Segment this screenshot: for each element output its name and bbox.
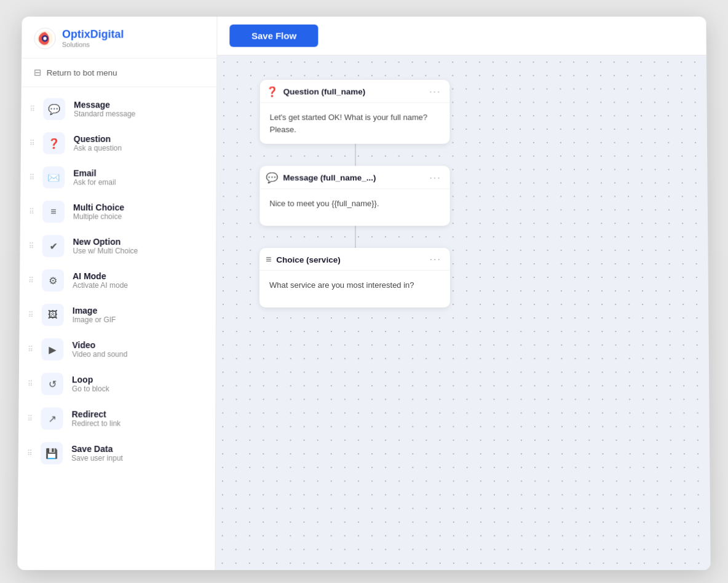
video-icon: ▶ xyxy=(49,344,56,355)
choice-card-body: What service are you most interested in? xyxy=(259,271,450,307)
loop-label: Loop xyxy=(72,375,109,384)
video-label: Video xyxy=(72,340,127,350)
sidebar-item-redirect[interactable]: ⠿ ↗ Redirect Redirect to link xyxy=(18,401,215,435)
drag-handle-ai-mode: ⠿ xyxy=(28,277,33,284)
loop-desc: Go to block xyxy=(72,384,109,393)
loop-icon-wrap: ↺ xyxy=(41,373,63,395)
sidebar-item-ai-mode[interactable]: ⠿ ⚙ AI Mode Activate AI mode xyxy=(20,263,216,298)
save-flow-button[interactable]: Save Flow xyxy=(229,25,318,47)
logo-text-blue: Digital xyxy=(90,28,124,41)
question-text: Question Ask a question xyxy=(74,134,122,153)
flow-canvas[interactable]: ⠿ ❓ Question (full_name) ··· Let's get s… xyxy=(215,55,710,570)
sidebar-item-loop[interactable]: ⠿ ↺ Loop Go to block xyxy=(19,367,216,401)
redirect-text: Redirect Redirect to link xyxy=(71,410,121,428)
return-to-bot-menu[interactable]: ⊟ Return to bot menu xyxy=(22,58,217,87)
redirect-desc: Redirect to link xyxy=(71,419,121,428)
new-option-text: New Option Use w/ Multi Choice xyxy=(73,237,138,255)
choice-title-row: ≡ Choice (service) xyxy=(266,254,341,265)
email-desc: Ask for email xyxy=(73,178,116,187)
question-icon: ❓ xyxy=(48,137,60,149)
image-icon-wrap: 🖼 xyxy=(42,304,64,326)
new-option-label: New Option xyxy=(73,237,138,247)
choice-card-title: Choice (service) xyxy=(276,255,340,264)
sidebar-item-new-option[interactable]: ⠿ ✔ New Option Use w/ Multi Choice xyxy=(20,229,216,263)
choice-card-menu[interactable]: ··· xyxy=(430,254,441,265)
flow-card-message[interactable]: ⠿ 💬 Message (full_name_...) ··· Nice to … xyxy=(259,166,450,226)
message-icon: 💬 xyxy=(48,103,60,115)
logo-sub: Solutions xyxy=(62,41,124,48)
message-card-icon: 💬 xyxy=(266,172,278,184)
question-card-menu[interactable]: ··· xyxy=(429,86,441,97)
drag-handle-question: ⠿ xyxy=(30,140,34,147)
sidebar-item-multi-choice[interactable]: ⠿ ≡ Multi Choice Multiple choice xyxy=(20,194,216,229)
toolbar: Save Flow xyxy=(217,17,706,55)
message-desc: Standard message xyxy=(74,109,135,118)
save-data-desc: Save user input xyxy=(71,454,123,462)
drag-handle-multi-choice: ⠿ xyxy=(29,208,34,215)
message-card-title: Message (full_name_...) xyxy=(283,173,376,183)
redirect-icon-wrap: ↗ xyxy=(41,407,63,429)
drag-handle-image: ⠿ xyxy=(28,311,33,319)
message-card-body: Nice to meet you {{full_name}}. xyxy=(259,189,450,226)
app-container: OptixDigital Solutions ⊟ Return to bot m… xyxy=(17,17,710,570)
flow-card-choice[interactable]: ⠿ ≡ Choice (service) ··· What service ar… xyxy=(259,248,450,307)
question-card-body: Let's get started OK! What is your full … xyxy=(260,103,450,143)
new-option-icon: ✔ xyxy=(49,240,57,252)
ai-mode-icon-wrap: ⚙ xyxy=(42,269,64,292)
sidebar-item-save-data[interactable]: ⠿ 💾 Save Data Save user input xyxy=(18,436,216,470)
sidebar-items-list: ⠿ 💬 Message Standard message ⠿ ❓ Questio… xyxy=(17,87,216,570)
email-icon: ✉️ xyxy=(47,172,60,183)
drag-handle-redirect: ⠿ xyxy=(27,415,32,422)
sidebar: OptixDigital Solutions ⊟ Return to bot m… xyxy=(17,17,217,570)
logo-icon xyxy=(34,28,56,50)
sidebar-item-video[interactable]: ⠿ ▶ Video Video and sound xyxy=(19,332,216,367)
drag-handle-loop: ⠿ xyxy=(28,380,33,387)
svg-point-3 xyxy=(43,37,46,40)
new-option-icon-wrap: ✔ xyxy=(42,235,64,257)
flow-card-choice-header: ≡ Choice (service) ··· xyxy=(259,248,450,271)
email-text: Email Ask for email xyxy=(73,169,116,187)
sidebar-item-message[interactable]: ⠿ 💬 Message Standard message xyxy=(21,92,216,127)
sidebar-item-image[interactable]: ⠿ 🖼 Image Image or GIF xyxy=(19,298,216,332)
loop-icon: ↺ xyxy=(48,378,56,390)
multi-choice-desc: Multiple choice xyxy=(73,212,124,221)
ai-mode-label: AI Mode xyxy=(73,271,128,281)
logo-text-block: OptixDigital Solutions xyxy=(62,29,124,48)
save-data-icon: 💾 xyxy=(46,447,58,459)
video-text: Video Video and sound xyxy=(72,340,127,359)
question-card-icon: ❓ xyxy=(266,86,279,98)
flow-card-question[interactable]: ⠿ ❓ Question (full_name) ··· Let's get s… xyxy=(260,80,450,144)
question-label: Question xyxy=(74,134,122,144)
save-data-label: Save Data xyxy=(71,444,123,454)
image-icon: 🖼 xyxy=(48,309,58,320)
ai-mode-text: AI Mode Activate AI mode xyxy=(73,271,128,290)
sidebar-item-email[interactable]: ⠿ ✉️ Email Ask for email xyxy=(20,161,216,195)
flow-card-message-header: 💬 Message (full_name_...) ··· xyxy=(259,166,449,189)
ai-mode-desc: Activate AI mode xyxy=(73,281,128,290)
drag-handle-message: ⠿ xyxy=(30,105,34,113)
video-icon-wrap: ▶ xyxy=(41,338,63,360)
email-icon-wrap: ✉️ xyxy=(42,167,65,189)
email-label: Email xyxy=(73,169,116,178)
save-data-icon-wrap: 💾 xyxy=(41,442,63,464)
drag-handle-video: ⠿ xyxy=(28,346,33,353)
multi-choice-text: Multi Choice Multiple choice xyxy=(73,202,124,221)
image-label: Image xyxy=(73,306,116,315)
message-card-menu[interactable]: ··· xyxy=(429,172,441,183)
message-label: Message xyxy=(74,100,135,109)
multi-choice-icon: ≡ xyxy=(50,206,56,217)
new-option-desc: Use w/ Multi Choice xyxy=(73,247,138,255)
sidebar-item-question[interactable]: ⠿ ❓ Question Ask a question xyxy=(21,126,216,161)
redirect-label: Redirect xyxy=(72,410,121,419)
save-data-text: Save Data Save user input xyxy=(71,444,123,462)
flow-card-question-header: ❓ Question (full_name) ··· xyxy=(260,80,450,103)
logo-area: OptixDigital Solutions xyxy=(22,17,216,58)
multi-choice-icon-wrap: ≡ xyxy=(42,200,65,223)
drag-handle-new-option: ⠿ xyxy=(29,242,34,250)
drag-handle-save-data: ⠿ xyxy=(27,450,32,457)
logo-text-black: Optix xyxy=(62,28,90,41)
message-text: Message Standard message xyxy=(74,100,135,118)
question-desc: Ask a question xyxy=(74,144,122,153)
return-icon: ⊟ xyxy=(34,67,42,78)
choice-card-icon: ≡ xyxy=(266,254,271,265)
